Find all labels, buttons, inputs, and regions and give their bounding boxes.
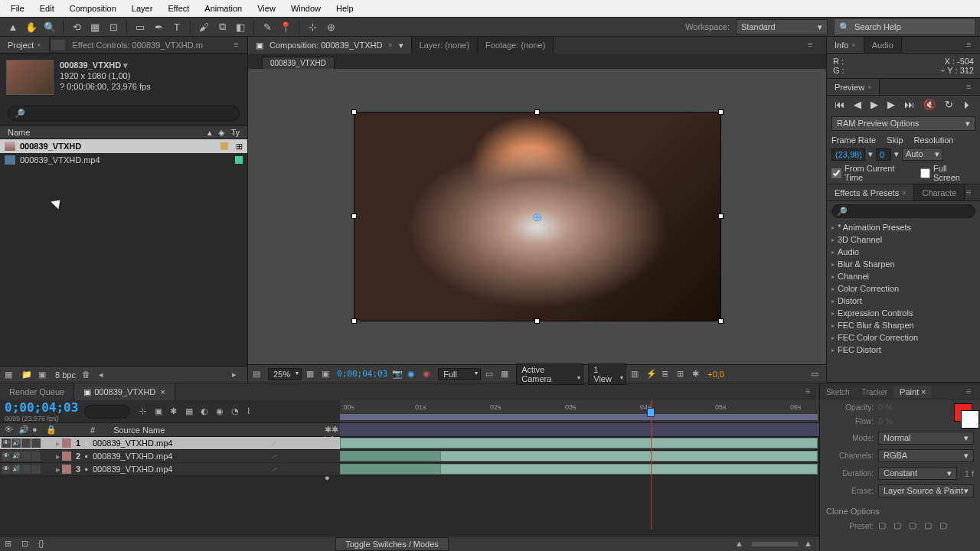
frame-blend-icon[interactable]: ▦: [185, 406, 196, 417]
first-frame-button[interactable]: ⏮: [835, 99, 844, 110]
preset-4-icon[interactable]: ▢: [924, 520, 935, 531]
solo-col-icon[interactable]: ●: [32, 425, 43, 435]
effects-search-input[interactable]: 🔎: [831, 204, 975, 218]
exposure-value[interactable]: +0,0: [707, 370, 724, 379]
loop-button[interactable]: ↻: [945, 99, 953, 110]
col-source-name[interactable]: Source Name: [113, 425, 165, 435]
flowchart-view-icon[interactable]: ⊞: [677, 369, 688, 380]
timeline-tab[interactable]: ▣ 000839_VTXHD ×: [74, 383, 175, 400]
toggle-brackets-icon[interactable]: {}: [38, 539, 49, 549]
column-name[interactable]: Name: [8, 128, 30, 137]
resolution-dropdown[interactable]: Full: [438, 368, 481, 380]
roto-brush-tool-icon[interactable]: ✎: [259, 18, 276, 35]
flow-value[interactable]: 0 %: [878, 416, 893, 425]
graph-editor-icon[interactable]: ⌇: [247, 406, 257, 417]
interpret-footage-icon[interactable]: ▦: [5, 370, 15, 380]
selection-tool-icon[interactable]: ▲: [5, 18, 21, 35]
toggle-modes-icon[interactable]: ⊡: [21, 539, 32, 549]
preset-5-icon[interactable]: ▢: [939, 520, 950, 531]
next-frame-button[interactable]: ▶: [887, 99, 895, 110]
next-icon[interactable]: ▸: [232, 370, 243, 380]
trash-icon[interactable]: 🗑: [82, 370, 93, 380]
show-channel-icon[interactable]: ◉: [407, 369, 418, 380]
background-color[interactable]: [961, 410, 979, 429]
render-queue-tab[interactable]: Render Queue: [0, 383, 74, 400]
layer-color-chip[interactable]: [62, 439, 71, 448]
flowchart-icon[interactable]: ⊞: [236, 142, 243, 152]
effects-presets-tab[interactable]: Effects & Presets×: [827, 184, 914, 201]
preview-tab[interactable]: Preview×: [827, 79, 880, 95]
menu-layer[interactable]: Layer: [124, 2, 161, 15]
search-help-input[interactable]: 🔍Search Help: [834, 18, 975, 35]
always-preview-icon[interactable]: ▤: [253, 369, 263, 380]
info-tab[interactable]: Info×: [827, 37, 864, 53]
fx-category[interactable]: 3D Channel: [827, 233, 980, 246]
timeline-search-input[interactable]: [84, 405, 130, 419]
layer-row[interactable]: 👁🔊 ▸ 1 ▪ 000839_VTXHD.mp4 ⟋: [0, 437, 819, 450]
ram-preview-button[interactable]: ⏵: [962, 99, 972, 110]
footage-tab[interactable]: Footage: (none): [478, 37, 554, 54]
video-toggle[interactable]: 👁: [2, 465, 11, 474]
timeline-menu-icon[interactable]: ≡: [805, 386, 816, 397]
zoom-tool-icon[interactable]: 🔍: [41, 18, 58, 35]
fx-category[interactable]: Expression Controls: [827, 307, 980, 319]
zoom-slider[interactable]: [752, 542, 798, 546]
audio-toggle[interactable]: 🔊: [11, 452, 21, 461]
time-ruler[interactable]: :00s 01s 02s 03s 04s 05s 06s: [340, 400, 819, 422]
menu-effect[interactable]: Effect: [160, 2, 197, 15]
channels-dropdown[interactable]: RGBA▾: [878, 449, 974, 462]
effect-controls-tab[interactable]: Effect Controls: 000839_VTXHD.m: [65, 37, 234, 53]
rect-tool-icon[interactable]: ▭: [132, 18, 149, 35]
menu-window[interactable]: Window: [283, 2, 328, 15]
audio-toggle[interactable]: 🔊: [11, 465, 21, 474]
comp-mini-icon[interactable]: [51, 40, 65, 51]
paint-menu-icon[interactable]: ≡: [966, 386, 977, 397]
opacity-value[interactable]: 0 %: [878, 403, 893, 412]
panel-menu-icon[interactable]: ≡: [234, 40, 244, 51]
composition-name[interactable]: 000839_VTXHD: [60, 60, 151, 70]
layer-tab[interactable]: Layer: (none): [412, 37, 478, 54]
fx-category[interactable]: Audio: [827, 246, 980, 258]
grid-icon[interactable]: ▦: [306, 369, 317, 380]
workspace-dropdown[interactable]: Standard▾: [736, 19, 828, 34]
audio-toggle[interactable]: 🔊: [11, 439, 21, 448]
ram-preview-dropdown[interactable]: RAM Preview Options▾: [831, 116, 975, 131]
audio-col-icon[interactable]: 🔊: [18, 425, 29, 435]
video-preview[interactable]: ⊕: [354, 112, 721, 321]
fullscreen-checkbox[interactable]: [920, 168, 930, 178]
layer-name[interactable]: 000839_VTXHD.mp4: [90, 439, 268, 448]
column-label-icon[interactable]: ◈: [218, 128, 224, 138]
layer-name[interactable]: 000839_VTXHD.mp4: [90, 452, 268, 461]
fx-category[interactable]: * Animation Presets: [827, 221, 980, 233]
menu-animation[interactable]: Animation: [197, 2, 250, 15]
menu-help[interactable]: Help: [328, 2, 361, 15]
timeline-timecode[interactable]: 0;00;04;03: [5, 400, 78, 415]
timeline-icon[interactable]: ≣: [662, 369, 672, 380]
project-search-input[interactable]: 🔎: [8, 106, 240, 121]
current-time[interactable]: 0;00;04;03: [337, 369, 387, 379]
axis-world-icon[interactable]: ⊕: [322, 18, 339, 35]
skip-input[interactable]: 0: [876, 148, 891, 161]
tracker-tab[interactable]: Tracker: [856, 386, 894, 398]
paint-tab[interactable]: Paint ×: [893, 386, 932, 398]
project-item-comp[interactable]: 000839_VTXHD ⊞: [0, 139, 247, 153]
auto-keyframe-icon[interactable]: ◔: [231, 406, 242, 417]
hide-shy-icon[interactable]: ✱: [170, 406, 181, 417]
new-folder-icon[interactable]: 📁: [21, 370, 32, 380]
fx-category[interactable]: FEC Blur & Sharpen: [827, 319, 980, 331]
project-tab[interactable]: Project×: [0, 37, 50, 53]
menu-view[interactable]: View: [250, 2, 283, 15]
axis-local-icon[interactable]: ⊹: [304, 18, 321, 35]
fx-category[interactable]: Blur & Sharpen: [827, 258, 980, 270]
fx-category[interactable]: Color Correction: [827, 282, 980, 295]
fx-category[interactable]: FEC Distort: [827, 344, 980, 356]
audio-tab[interactable]: Audio: [864, 37, 902, 53]
video-toggle[interactable]: 👁: [2, 452, 11, 461]
zoom-dropdown[interactable]: 25%: [268, 368, 302, 380]
menu-file[interactable]: File: [3, 2, 32, 15]
preset-3-icon[interactable]: ▢: [909, 520, 920, 531]
fx-category[interactable]: Channel: [827, 270, 980, 282]
zoom-out-icon[interactable]: ▲: [804, 539, 815, 549]
preview-menu-icon[interactable]: ≡: [966, 82, 977, 93]
foreground-color[interactable]: [954, 403, 972, 422]
